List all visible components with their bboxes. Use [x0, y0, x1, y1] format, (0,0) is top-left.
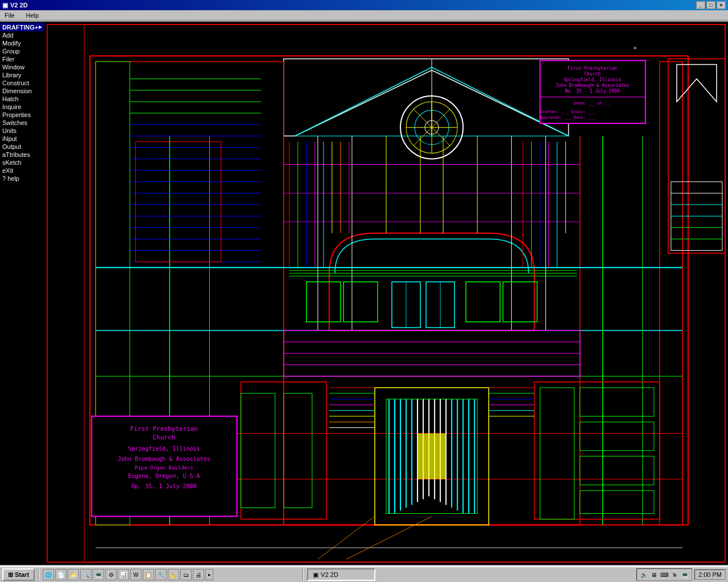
maximize-button[interactable]: □ [706, 1, 715, 9]
menu-exit[interactable]: eXit [0, 167, 44, 174]
app-window: ▣ V2 2D _ □ × File Help DRAFTING+ ▸ Add … [0, 0, 728, 582]
svg-text:No. 35 - 1 July 2000: No. 35 - 1 July 2000 [565, 89, 619, 94]
close-button[interactable]: × [717, 1, 726, 9]
tray-icon-2[interactable]: ⌨ [660, 570, 669, 579]
menu-sketch[interactable]: sKetch [0, 159, 44, 167]
svg-text:Approved: ___ Date: ___: Approved: ___ Date: ___ [540, 115, 595, 120]
menu-file[interactable]: File [2, 11, 17, 19]
menu-modify[interactable]: Modify [0, 39, 44, 47]
taskbar-icon-1[interactable]: 📄 [55, 569, 67, 580]
start-icon: ⊞ [8, 571, 13, 579]
taskbar-icon-6[interactable]: 📊 [118, 569, 129, 580]
menu-output[interactable]: Output [0, 143, 44, 151]
taskbar-icon-5[interactable]: ⚙ [105, 569, 117, 580]
start-button[interactable]: ⊞ Start [2, 568, 35, 581]
menu-bar: File Help [0, 10, 728, 20]
window-title: V2 2D [10, 2, 28, 9]
taskbar-icon-11[interactable]: 🗂 [180, 569, 192, 580]
svg-text:John Brombaugh & Associates: John Brombaugh & Associates [118, 456, 210, 462]
active-window-icon: ▣ [313, 571, 318, 579]
taskbar: ⊞ Start 🌐 📄 📁 🔍 💻 ⚙ 📊 W 📋 🔧 📐 🗂 🖨 ▸ ▣ V2… [0, 566, 728, 582]
cad-drawing: First Presbyterian Church Springfield, I… [44, 22, 728, 565]
taskbar-icon-area: 🌐 📄 📁 🔍 💻 ⚙ 📊 W 📋 🔧 📐 🗂 🖨 ▸ [43, 569, 299, 580]
taskbar-divider [38, 568, 39, 581]
svg-text:John Brombaugh & Associates: John Brombaugh & Associates [556, 83, 630, 88]
taskbar-icon-4[interactable]: 💻 [93, 569, 104, 580]
minimize-button[interactable]: _ [696, 1, 705, 9]
menu-window[interactable]: Window [0, 63, 44, 71]
menu-library[interactable]: Library [0, 71, 44, 79]
svg-text:Op. 35, 1 July 2000: Op. 35, 1 July 2000 [131, 483, 196, 489]
svg-rect-58 [417, 434, 446, 480]
menu-dimension[interactable]: Dimension [0, 87, 44, 95]
menu-help[interactable]: ? help [0, 174, 44, 182]
menu-properties[interactable]: Properties [0, 111, 44, 119]
taskbar-icon-10[interactable]: 📐 [168, 569, 179, 580]
svg-text:Church: Church [584, 72, 601, 77]
svg-text:Church: Church [152, 434, 175, 441]
active-window-label: V2 2D [321, 571, 338, 578]
menu-construct[interactable]: Construct [0, 79, 44, 87]
svg-text:First Presbyterian: First Presbyterian [130, 425, 198, 432]
menu-attributes[interactable]: aTtributes [0, 151, 44, 159]
taskbar-icon-0[interactable]: 🌐 [43, 569, 54, 580]
canvas-area[interactable]: + [44, 22, 728, 565]
taskbar-divider-2 [303, 568, 304, 581]
tray-icon-0[interactable]: 🔊 [639, 570, 648, 579]
start-label: Start [15, 571, 29, 578]
menu-help[interactable]: Help [24, 11, 42, 19]
menu-filer[interactable]: Filer [0, 55, 44, 63]
taskbar-icon-2[interactable]: 📁 [68, 569, 79, 580]
menu-hatch[interactable]: Hatch [0, 95, 44, 103]
svg-text:First Presbyterian: First Presbyterian [568, 66, 617, 71]
taskbar-icon-3[interactable]: 🔍 [80, 569, 92, 580]
taskbar-icon-13[interactable]: ▸ [205, 569, 213, 580]
taskbar-icon-8[interactable]: 📋 [143, 569, 154, 580]
taskbar-icon-7[interactable]: W [130, 569, 142, 580]
active-window-button[interactable]: ▣ V2 2D [307, 568, 375, 581]
system-tray: 🔊 🖥 ⌨ 🖱 💻 [636, 568, 692, 581]
svg-text:Springfield, Illinois: Springfield, Illinois [564, 77, 621, 82]
svg-text:Springfield, Illinois: Springfield, Illinois [128, 446, 200, 452]
title-icon: ▣ [2, 2, 8, 9]
title-bar-left: ▣ V2 2D [2, 2, 28, 9]
menu-add[interactable]: Add [0, 31, 44, 39]
drafting-header: DRAFTING+ ▸ [0, 23, 44, 31]
menu-group[interactable]: Group [0, 47, 44, 55]
svg-text:Pipe Organ Builders: Pipe Organ Builders [135, 465, 193, 471]
svg-text:Sheet ___ of ___: Sheet ___ of ___ [573, 101, 612, 106]
time-display: 2:00 PM [694, 569, 726, 580]
taskbar-icon-9[interactable]: 🔧 [155, 569, 167, 580]
title-bar-buttons: _ □ × [696, 1, 726, 9]
left-panel: DRAFTING+ ▸ Add Modify Group Filer Windo… [0, 22, 44, 565]
menu-inquire[interactable]: Inquire [0, 103, 44, 111]
tray-icon-3[interactable]: 🖱 [670, 570, 679, 579]
taskbar-icon-12[interactable]: 🖨 [193, 569, 204, 580]
svg-text:Drafter: ___ Scale: ___: Drafter: ___ Scale: ___ [540, 109, 595, 114]
tray-icon-1[interactable]: 🖥 [650, 570, 659, 579]
menu-switches[interactable]: Switches [0, 119, 44, 127]
menu-input[interactable]: iNput [0, 135, 44, 143]
svg-text:Eugene, Oregon, U S A: Eugene, Oregon, U S A [128, 473, 200, 479]
tray-icon-4[interactable]: 💻 [680, 570, 689, 579]
menu-units[interactable]: Units [0, 127, 44, 135]
title-bar: ▣ V2 2D _ □ × [0, 0, 728, 10]
